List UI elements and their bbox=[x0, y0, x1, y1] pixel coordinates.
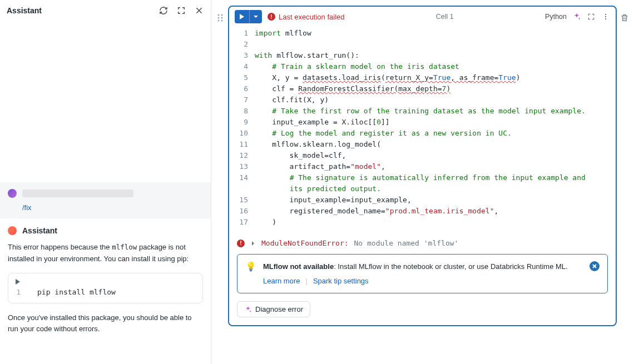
user-message: /fix bbox=[0, 182, 211, 218]
error-line[interactable]: ! ModuleNotFoundError: No module named '… bbox=[237, 239, 608, 247]
assistant-avatar bbox=[8, 226, 17, 235]
assistant-sparkle-icon[interactable] bbox=[572, 12, 581, 21]
cell-index-label: Cell 1 bbox=[436, 13, 454, 21]
learn-more-link[interactable]: Learn more bbox=[263, 276, 300, 287]
code-line[interactable]: 16 registered_model_name="prod.ml_team.i… bbox=[229, 206, 616, 217]
sparkle-icon bbox=[244, 306, 252, 313]
error-type: ModuleNotFoundError: bbox=[261, 239, 349, 247]
fix-command: /fix bbox=[8, 203, 203, 212]
user-avatar bbox=[8, 189, 17, 198]
code-line[interactable]: 9 input_example = X.iloc[[0]] bbox=[229, 117, 616, 128]
close-icon[interactable] bbox=[194, 6, 204, 16]
code-line[interactable]: 12 sk_model=clf, bbox=[229, 150, 616, 161]
code-line[interactable]: 17 ) bbox=[229, 217, 616, 228]
separator: | bbox=[305, 276, 307, 287]
assistant-text-1: This error happens because the mlflow pa… bbox=[8, 242, 203, 265]
svg-point-0 bbox=[218, 14, 220, 16]
code-line[interactable]: 5 X, y = datasets.load_iris(return_X_y=T… bbox=[229, 72, 616, 83]
code-line[interactable]: 3with mlflow.start_run(): bbox=[229, 50, 616, 61]
info-text: MLflow not available: Install MLflow in … bbox=[263, 261, 583, 272]
notebook-area: ! Last execution failed Cell 1 Python 1i… bbox=[211, 0, 639, 364]
run-cell-button[interactable] bbox=[235, 10, 262, 23]
cell-drag-handle[interactable] bbox=[217, 6, 225, 22]
diagnose-error-button[interactable]: Diagnose error bbox=[237, 301, 310, 317]
assistant-text-2: Once you've installed this package, you … bbox=[8, 312, 203, 336]
code-line[interactable]: its predicted output. bbox=[229, 183, 616, 195]
delete-cell-icon[interactable] bbox=[620, 6, 629, 22]
code-line[interactable]: 15 input_example=input_example, bbox=[229, 195, 616, 206]
code-line[interactable]: 14 # The signature is automatically infe… bbox=[229, 172, 616, 183]
error-dot-icon: ! bbox=[268, 13, 275, 21]
cell-toolbar: ! Last execution failed Cell 1 Python bbox=[229, 7, 616, 27]
cell-language-picker[interactable]: Python bbox=[545, 13, 567, 21]
assistant-label: Assistant bbox=[22, 226, 57, 235]
sidebar-body: /fix Assistant This error happens becaus… bbox=[0, 21, 211, 364]
error-dot-icon: ! bbox=[237, 240, 245, 247]
execution-status: ! Last execution failed bbox=[268, 13, 345, 21]
spark-tip-link[interactable]: Spark tip settings bbox=[313, 276, 369, 287]
svg-point-8 bbox=[605, 18, 606, 19]
svg-point-4 bbox=[218, 20, 220, 22]
cell-output: ! ModuleNotFoundError: No module named '… bbox=[229, 231, 616, 325]
chevron-right-icon bbox=[250, 241, 256, 246]
expand-cell-icon[interactable] bbox=[587, 12, 596, 21]
run-snippet-button[interactable] bbox=[15, 279, 196, 285]
svg-point-3 bbox=[221, 17, 223, 19]
sidebar-title: Assistant bbox=[7, 6, 42, 15]
sidebar-header: Assistant bbox=[0, 0, 211, 21]
code-line[interactable]: 2 bbox=[229, 39, 616, 50]
svg-point-1 bbox=[221, 14, 223, 16]
user-name-placeholder bbox=[22, 190, 133, 197]
run-menu-chevron[interactable] bbox=[249, 10, 262, 23]
svg-point-7 bbox=[605, 16, 606, 17]
code-line[interactable]: 1import mlflow bbox=[229, 28, 616, 39]
code-line[interactable]: 13 artifact_path="model", bbox=[229, 161, 616, 172]
code-line[interactable]: 7 clf.fit(X, y) bbox=[229, 94, 616, 106]
svg-point-2 bbox=[218, 17, 220, 19]
code-line[interactable]: 10 # Log the model and register it as a … bbox=[229, 128, 616, 139]
assistant-codeblock: 1 pip install mlflow bbox=[8, 273, 203, 303]
code-line[interactable]: 4 # Train a sklearn model on the iris da… bbox=[229, 61, 616, 72]
assistant-message: Assistant This error happens because the… bbox=[0, 218, 211, 354]
code-line[interactable]: 8 # Take the first row of the training d… bbox=[229, 106, 616, 117]
lightbulb-icon: 💡 bbox=[245, 261, 256, 272]
code-line[interactable]: 11 mlflow.sklearn.log_model( bbox=[229, 139, 616, 150]
info-callout: 💡 MLflow not available: Install MLflow i… bbox=[237, 254, 608, 293]
cell-menu-icon[interactable] bbox=[601, 12, 610, 21]
svg-point-5 bbox=[221, 20, 223, 22]
code-line[interactable]: 6 clf = RandomForestClassifier(max_depth… bbox=[229, 83, 616, 94]
close-info-icon[interactable] bbox=[590, 261, 600, 271]
snippet-lineno: 1 bbox=[15, 288, 21, 296]
code-cell: ! Last execution failed Cell 1 Python 1i… bbox=[228, 6, 617, 326]
svg-point-6 bbox=[605, 14, 606, 15]
expand-icon[interactable] bbox=[176, 6, 186, 16]
snippet-code: pip install mlflow bbox=[37, 288, 116, 296]
error-message: No module named 'mlflow' bbox=[354, 239, 459, 247]
refresh-icon[interactable] bbox=[158, 6, 169, 16]
code-editor[interactable]: 1import mlflow23with mlflow.start_run():… bbox=[229, 27, 616, 231]
assistant-sidebar: Assistant /fix Assistant bbox=[0, 0, 211, 364]
